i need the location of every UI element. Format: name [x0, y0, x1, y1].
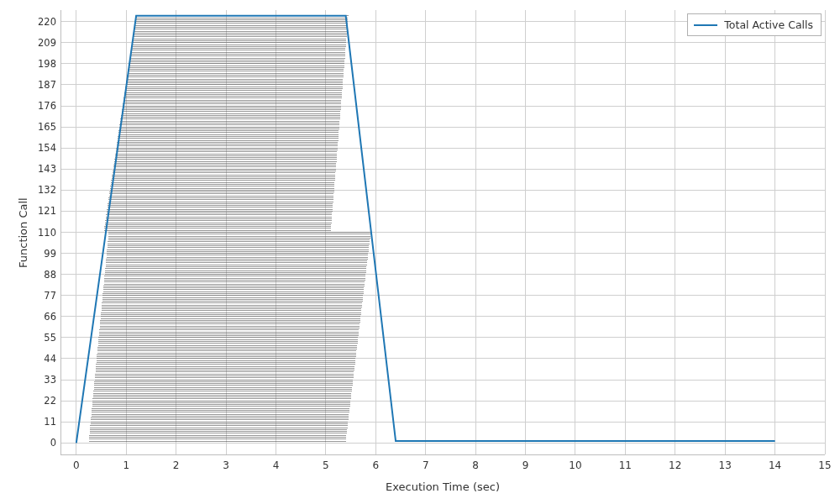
y-tick-label: 165: [38, 121, 56, 133]
x-tick-label: 3: [223, 459, 229, 471]
y-tick-label: 99: [44, 248, 56, 260]
y-tick-label: 66: [44, 311, 56, 323]
x-tick-label: 6: [372, 459, 379, 471]
y-tick-label: 77: [44, 290, 56, 302]
plot-canvas: [61, 10, 825, 454]
x-tick-label: 12: [669, 459, 681, 471]
y-tick-label: 88: [44, 269, 56, 281]
x-tick-label: 14: [769, 459, 781, 471]
y-tick-label: 143: [38, 163, 56, 175]
x-tick-label: 7: [423, 459, 429, 471]
x-tick-label: 13: [719, 459, 732, 471]
y-axis-label: Function Call: [17, 197, 29, 268]
legend: Total Active Calls: [687, 13, 822, 36]
x-tick-label: 5: [323, 459, 329, 471]
x-tick-label: 4: [273, 459, 280, 471]
y-tick-label: 22: [44, 395, 56, 407]
y-tick-label: 121: [38, 205, 56, 217]
x-tick-label: 10: [569, 459, 581, 471]
y-tick-label: 33: [44, 374, 56, 386]
x-tick-label: 2: [173, 459, 180, 471]
y-tick-label: 11: [44, 416, 56, 428]
x-tick-label: 15: [818, 459, 831, 471]
y-tick-label: 154: [38, 142, 56, 154]
y-tick-label: 55: [44, 332, 56, 344]
x-tick-label: 11: [619, 459, 632, 471]
plot-axes: Total Active Calls 011223344556677889911…: [60, 10, 825, 455]
y-tick-label: 44: [44, 353, 56, 365]
y-tick-label: 0: [50, 437, 56, 449]
y-tick-label: 209: [38, 37, 56, 49]
legend-label: Total Active Calls: [724, 18, 813, 31]
x-tick-label: 1: [123, 459, 129, 471]
y-tick-label: 176: [38, 100, 56, 112]
legend-swatch: [694, 24, 717, 26]
x-tick-label: 9: [522, 459, 529, 471]
y-tick-label: 132: [38, 184, 56, 196]
y-tick-label: 187: [38, 79, 56, 91]
y-tick-label: 110: [38, 227, 56, 239]
x-tick-label: 8: [472, 459, 479, 471]
figure: Total Active Calls 011223344556677889911…: [0, 0, 840, 504]
y-tick-label: 198: [38, 58, 56, 70]
y-tick-label: 220: [38, 16, 56, 28]
x-axis-label: Execution Time (sec): [386, 480, 500, 493]
x-tick-label: 0: [73, 459, 80, 471]
